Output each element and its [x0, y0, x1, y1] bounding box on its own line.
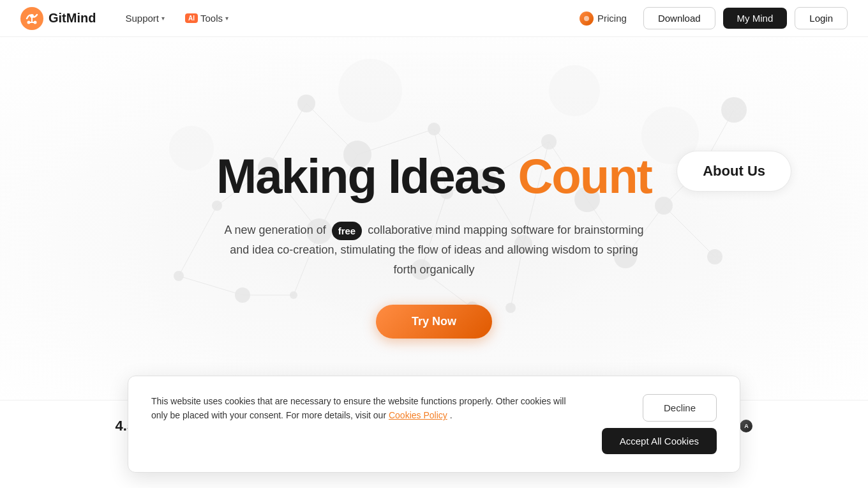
logo[interactable]: GitMind [20, 7, 96, 30]
cookie-actions: Decline Accept All Cookies [602, 394, 717, 454]
subtitle-pre: A new generation of [225, 224, 326, 236]
svg-point-53 [549, 65, 600, 116]
svg-point-32 [428, 123, 440, 135]
logo-text: GitMind [49, 11, 96, 26]
store-icon-4: A [740, 420, 752, 432]
free-badge: free [332, 222, 363, 241]
navbar: GitMind Support ▾ AI Tools ▾ Pricing Dow… [0, 0, 868, 37]
svg-point-41 [174, 271, 184, 281]
nav-pricing[interactable]: Pricing [571, 6, 636, 31]
try-now-button[interactable]: Try Now [376, 305, 492, 339]
svg-point-50 [721, 97, 747, 123]
decline-button[interactable]: Decline [643, 394, 717, 422]
cookie-text: This website uses cookies that are neces… [151, 394, 576, 423]
about-us-button[interactable]: About Us [677, 151, 791, 192]
tools-chevron-icon: ▾ [225, 15, 228, 22]
accept-all-cookies-button[interactable]: Accept All Cookies [602, 428, 717, 454]
nav-center: Support ▾ AI Tools ▾ [116, 8, 237, 29]
logo-icon [20, 7, 43, 30]
support-chevron-icon: ▾ [161, 15, 165, 22]
login-button[interactable]: Login [795, 7, 848, 29]
nav-right: Pricing Download My Mind Login [571, 6, 848, 31]
svg-point-52 [338, 59, 402, 123]
svg-point-30 [297, 95, 315, 112]
nav-support[interactable]: Support ▾ [116, 8, 174, 29]
hero-title: Making Ideas Count [216, 149, 652, 203]
pricing-dot-icon [580, 11, 594, 26]
hero-subtitle: A new generation of free collaborative m… [217, 220, 651, 279]
cookies-policy-link[interactable]: Cookies Policy [389, 410, 447, 420]
mymind-button[interactable]: My Mind [723, 8, 788, 29]
svg-point-51 [707, 249, 722, 264]
nav-tools[interactable]: AI Tools ▾ [176, 8, 237, 29]
svg-point-34 [541, 134, 557, 149]
cookie-banner: This website uses cookies that are neces… [128, 376, 740, 473]
download-button[interactable]: Download [643, 7, 715, 29]
ai-badge: AI [185, 13, 198, 23]
hero-content: Making Ideas Count A new generation of f… [201, 149, 667, 339]
